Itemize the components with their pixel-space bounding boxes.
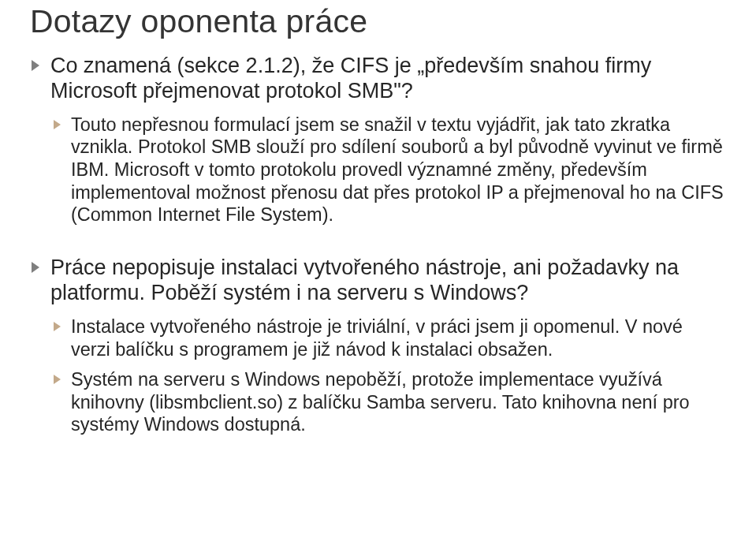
spacer [30, 234, 726, 255]
question-2: Práce nepopisuje instalaci vytvořeného n… [30, 255, 726, 306]
question-1: Co znamená (sekce 2.1.2), že CIFS je „př… [30, 53, 726, 104]
slide: Dotazy oponenta práce Co znamená (sekce … [0, 0, 756, 545]
answer-2-1: Instalace vytvořeného nástroje je triviá… [50, 315, 726, 360]
answer-1-1: Touto nepřesnou formulací jsem se snažil… [50, 114, 726, 226]
answer-2-2: Systém na serveru s Windows nepoběží, pr… [50, 368, 726, 436]
slide-title: Dotazy oponenta práce [30, 3, 726, 40]
